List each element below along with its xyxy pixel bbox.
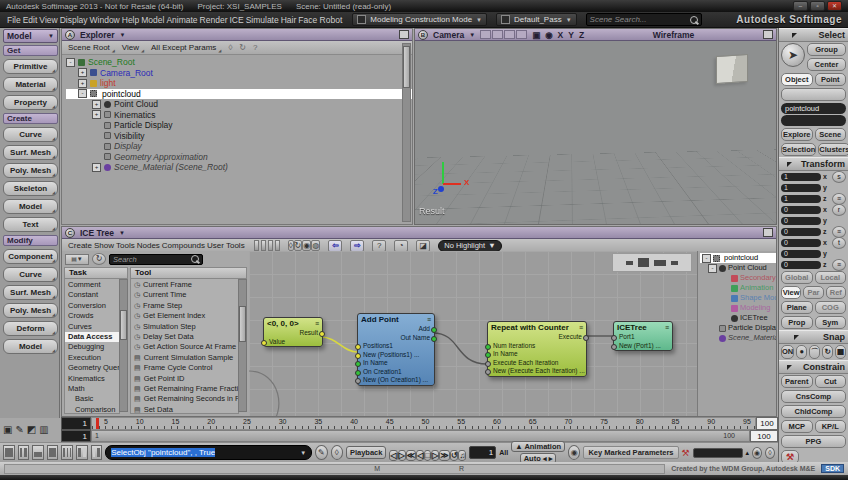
input-port[interactable]: Positions1 <box>358 342 434 351</box>
menu-item[interactable]: View <box>38 14 58 26</box>
ice-header[interactable]: C ICE Tree ▼ <box>62 227 776 239</box>
node-repeat-with-counter[interactable]: Repeat with Counter≡ Execute Num Iterati… <box>487 321 587 377</box>
close-button[interactable]: ✕ <box>827 1 842 11</box>
display-mode-dropdown[interactable]: Wireframe <box>653 30 695 40</box>
tool-item[interactable]: ▤Get Remaining Frame Fraction <box>131 384 238 394</box>
layout-button[interactable] <box>47 445 59 460</box>
tree-item[interactable]: - pointcloud <box>700 253 776 263</box>
maximize-button[interactable]: ▫ <box>810 1 825 11</box>
tree-item[interactable]: Display <box>66 141 412 152</box>
tree-item[interactable]: - Point Cloud <box>700 263 776 273</box>
explorer-scrollbar[interactable] <box>402 43 411 222</box>
all-label[interactable]: All <box>499 449 508 456</box>
toolbar-button[interactable]: Model <box>3 199 58 214</box>
translate-link-icon[interactable]: ≡ <box>832 259 846 271</box>
tree-item[interactable]: ICETree <box>700 313 776 323</box>
explorer-header[interactable]: A Explorer ▼ <box>62 29 412 41</box>
selection-button[interactable]: Selection <box>781 143 816 156</box>
tree-item[interactable]: Scene_Material <box>700 333 776 343</box>
ice-node-canvas[interactable]: <0, 0, 0>≡ Result Value Add Point≡ AddOu… <box>249 251 698 416</box>
tool-item[interactable]: ◷Frame Step <box>131 301 238 311</box>
output-port[interactable]: Add <box>358 325 434 334</box>
playcontrol-icon[interactable]: ◉ <box>752 447 762 459</box>
port-dot[interactable] <box>611 335 617 341</box>
constrain-button[interactable]: MCP <box>781 420 813 433</box>
translate-x-field[interactable]: 0 <box>781 239 821 247</box>
preset-view-dropdown[interactable]: ▤▼ <box>65 254 89 265</box>
menu-item[interactable]: Edit <box>22 14 39 26</box>
input-port[interactable]: New (Positions1) ... <box>358 351 434 360</box>
menu-item[interactable]: Model <box>140 14 165 26</box>
output-port[interactable]: Result <box>264 329 322 338</box>
node-constant[interactable]: <0, 0, 0>≡ Result Value <box>263 317 323 347</box>
toolbar-button[interactable]: Curve <box>3 127 58 142</box>
transform-mode-button[interactable]: Ref <box>826 286 846 299</box>
expand-toggle-icon[interactable]: + <box>78 68 87 77</box>
transform-header[interactable]: Transform <box>779 157 848 171</box>
selection-extra-field[interactable] <box>781 115 846 126</box>
task-item[interactable]: Debugging <box>65 342 119 352</box>
transform-mode-button[interactable]: Sym <box>815 316 847 329</box>
expand-toggle-icon[interactable]: + <box>92 100 101 109</box>
transport-button[interactable]: ◁ <box>389 450 397 461</box>
constrain-button[interactable]: Parent <box>781 375 813 388</box>
help-icon[interactable]: ? <box>372 240 386 252</box>
task-item[interactable]: Execution <box>65 353 119 363</box>
transport-button[interactable]: ▷ <box>398 450 406 461</box>
camera-dropdown[interactable]: Camera <box>433 30 464 40</box>
tree-item[interactable]: + Camera_Root <box>66 68 412 79</box>
menu-item[interactable]: Help <box>121 14 140 26</box>
range-start-field[interactable]: 1 <box>61 430 91 442</box>
transform-mode-button[interactable]: Local <box>815 271 847 284</box>
toolbar-button[interactable]: Component <box>3 249 58 264</box>
input-port[interactable]: In Name <box>488 350 586 359</box>
scale-x-field[interactable]: 1 <box>781 173 821 181</box>
toolbar-button[interactable]: Material <box>3 77 58 92</box>
tool-item[interactable]: ◷Get Action Source At Frame <box>131 342 238 352</box>
camera-viewport[interactable]: B Camera ▼ ▣ ◉ X Y Z Wireframe X Z Resul… <box>414 28 777 225</box>
axis-z-button[interactable]: Z <box>579 30 584 40</box>
ice-toolbar-icon[interactable]: ◊ <box>288 240 294 251</box>
playback-menu-button[interactable]: Playback <box>346 446 387 459</box>
group-button[interactable]: Group <box>807 43 846 56</box>
expand-toggle-icon[interactable]: - <box>78 89 87 98</box>
toolbar-button[interactable]: Surf. Mesh <box>3 145 58 160</box>
input-port[interactable]: New (Execute Each Iteration) ... <box>488 367 586 376</box>
layout-button[interactable] <box>76 445 88 460</box>
tool-item[interactable]: ▤Frame Cycle Control <box>131 363 238 373</box>
help-icon[interactable]: ? <box>253 43 257 52</box>
port-dot[interactable] <box>583 335 589 341</box>
port-dot[interactable] <box>261 340 267 346</box>
preset-search-input[interactable]: Search <box>109 254 203 265</box>
port-dot[interactable] <box>355 370 361 376</box>
utility-icon[interactable]: ▥ <box>39 424 48 435</box>
select-pointer-button[interactable]: ➤ <box>781 43 805 67</box>
toolbar-button[interactable]: Primitive <box>3 59 58 74</box>
tree-item[interactable]: + light <box>66 78 412 89</box>
toolbar-button[interactable]: Deform <box>3 321 58 336</box>
layout-button[interactable] <box>3 445 15 460</box>
ice-menu-item[interactable]: Show <box>93 240 115 251</box>
playhead[interactable] <box>96 418 99 429</box>
tool-item[interactable]: ▤Get Remaining Seconds in Frame <box>131 394 238 404</box>
constrain-button[interactable]: PPG <box>781 435 846 448</box>
utility-icon[interactable]: ▣ <box>3 424 12 435</box>
expand-toggle-icon[interactable]: + <box>92 110 101 119</box>
chevron-down-icon[interactable]: ▼ <box>300 450 306 456</box>
lock-icon[interactable]: ◊ <box>765 447 775 459</box>
port-dot[interactable] <box>485 344 491 350</box>
tree-item[interactable]: Particle Display <box>700 323 776 333</box>
port-dot[interactable] <box>485 352 491 358</box>
scene-search-input[interactable]: Scene Search... <box>586 13 702 26</box>
tree-item[interactable]: Modeling <box>700 303 776 313</box>
scale-button[interactable]: s <box>832 171 846 183</box>
input-port[interactable]: New (Port1) ... <box>614 342 672 351</box>
menu-item[interactable]: ICE <box>228 14 244 26</box>
rotate-button[interactable]: r <box>832 204 846 216</box>
tree-item[interactable]: Geometry Approximation <box>66 152 412 163</box>
point-button[interactable]: Point <box>815 73 847 86</box>
refresh-icon[interactable]: ↻ <box>239 43 246 52</box>
menu-item[interactable]: File <box>6 14 22 26</box>
ice-menu-item[interactable]: Create <box>67 240 93 251</box>
expand-toggle-icon[interactable]: - <box>708 264 717 273</box>
